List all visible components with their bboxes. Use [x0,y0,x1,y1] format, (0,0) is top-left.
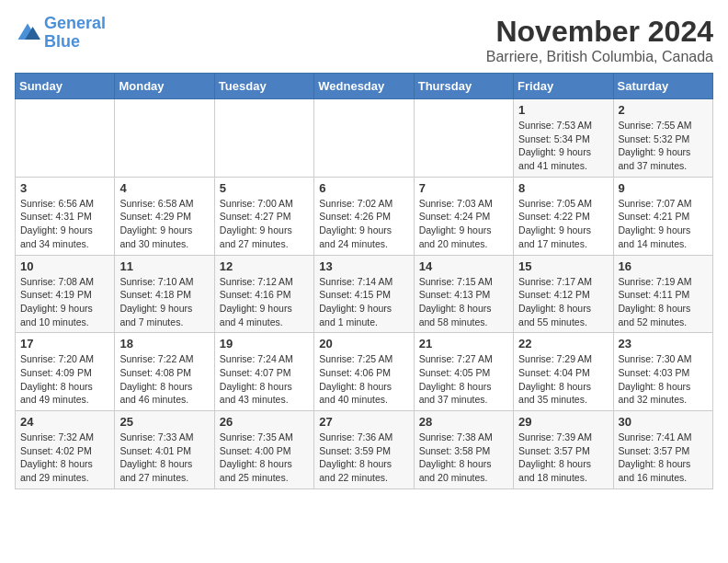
day-number: 15 [518,259,608,273]
day-number: 27 [319,415,408,429]
calendar-cell: 13Sunrise: 7:14 AM Sunset: 4:15 PM Dayli… [314,255,414,333]
day-number: 7 [419,181,508,195]
day-info: Sunrise: 7:53 AM Sunset: 5:34 PM Dayligh… [518,119,608,173]
calendar-cell: 14Sunrise: 7:15 AM Sunset: 4:13 PM Dayli… [414,255,513,333]
calendar-cell: 28Sunrise: 7:38 AM Sunset: 3:58 PM Dayli… [414,411,513,489]
calendar-cell: 20Sunrise: 7:25 AM Sunset: 4:06 PM Dayli… [314,333,414,411]
day-info: Sunrise: 7:12 AM Sunset: 4:16 PM Dayligh… [220,275,309,329]
day-number: 10 [20,259,109,273]
calendar-cell: 11Sunrise: 7:10 AM Sunset: 4:18 PM Dayli… [115,255,214,333]
day-info: Sunrise: 7:32 AM Sunset: 4:02 PM Dayligh… [20,431,109,485]
day-number: 29 [518,415,608,429]
calendar-cell: 8Sunrise: 7:05 AM Sunset: 4:22 PM Daylig… [514,177,613,255]
week-row-1: 1Sunrise: 7:53 AM Sunset: 5:34 PM Daylig… [16,99,713,178]
day-info: Sunrise: 7:00 AM Sunset: 4:27 PM Dayligh… [220,197,309,251]
day-number: 24 [20,415,109,429]
calendar-cell: 12Sunrise: 7:12 AM Sunset: 4:16 PM Dayli… [214,255,313,333]
logo-line1: General [44,14,106,32]
day-info: Sunrise: 7:19 AM Sunset: 4:11 PM Dayligh… [619,275,708,329]
day-number: 1 [518,103,608,117]
day-info: Sunrise: 7:35 AM Sunset: 4:00 PM Dayligh… [220,431,309,485]
calendar-cell [214,99,313,178]
calendar-cell: 24Sunrise: 7:32 AM Sunset: 4:02 PM Dayli… [16,411,115,489]
day-info: Sunrise: 7:02 AM Sunset: 4:26 PM Dayligh… [319,197,408,251]
column-header-sunday: Sunday [16,74,115,99]
day-info: Sunrise: 7:10 AM Sunset: 4:18 PM Dayligh… [119,275,209,329]
calendar-cell: 9Sunrise: 7:07 AM Sunset: 4:21 PM Daylig… [613,177,712,255]
day-number: 18 [119,337,209,350]
calendar-cell: 16Sunrise: 7:19 AM Sunset: 4:11 PM Dayli… [613,255,712,333]
day-number: 21 [419,337,508,350]
calendar-cell: 27Sunrise: 7:36 AM Sunset: 3:59 PM Dayli… [314,411,414,489]
calendar-cell: 4Sunrise: 6:58 AM Sunset: 4:29 PM Daylig… [115,177,214,255]
calendar-cell: 6Sunrise: 7:02 AM Sunset: 4:26 PM Daylig… [314,177,414,255]
calendar-cell: 21Sunrise: 7:27 AM Sunset: 4:05 PM Dayli… [414,333,513,411]
title-area: November 2024 Barriere, British Columbia… [486,15,713,65]
calendar-cell: 7Sunrise: 7:03 AM Sunset: 4:24 PM Daylig… [414,177,513,255]
day-number: 4 [119,181,209,195]
week-row-2: 3Sunrise: 6:56 AM Sunset: 4:31 PM Daylig… [16,177,713,255]
column-header-monday: Monday [115,74,214,99]
day-number: 23 [619,337,708,350]
day-info: Sunrise: 7:27 AM Sunset: 4:05 PM Dayligh… [419,352,508,407]
day-number: 9 [619,181,708,195]
day-number: 20 [319,337,408,350]
logo-text: General Blue [44,15,106,52]
day-number: 26 [220,415,309,429]
week-row-3: 10Sunrise: 7:08 AM Sunset: 4:19 PM Dayli… [16,255,713,333]
calendar-cell [314,99,414,178]
day-number: 3 [20,181,109,195]
day-info: Sunrise: 7:39 AM Sunset: 3:57 PM Dayligh… [518,431,608,485]
day-info: Sunrise: 7:33 AM Sunset: 4:01 PM Dayligh… [119,431,209,485]
day-info: Sunrise: 7:15 AM Sunset: 4:13 PM Dayligh… [419,275,508,329]
day-info: Sunrise: 7:20 AM Sunset: 4:09 PM Dayligh… [20,352,109,407]
day-info: Sunrise: 7:36 AM Sunset: 3:59 PM Dayligh… [319,431,408,485]
day-info: Sunrise: 7:08 AM Sunset: 4:19 PM Dayligh… [20,275,109,329]
header: General Blue November 2024 Barriere, Bri… [15,15,713,65]
header-row: SundayMondayTuesdayWednesdayThursdayFrid… [16,74,713,99]
day-number: 22 [518,337,608,350]
day-number: 17 [20,337,109,350]
day-info: Sunrise: 7:25 AM Sunset: 4:06 PM Dayligh… [319,352,408,407]
day-info: Sunrise: 7:30 AM Sunset: 4:03 PM Dayligh… [619,352,708,407]
day-number: 5 [220,181,309,195]
day-info: Sunrise: 7:03 AM Sunset: 4:24 PM Dayligh… [419,197,508,251]
calendar-cell: 3Sunrise: 6:56 AM Sunset: 4:31 PM Daylig… [16,177,115,255]
logo-icon [15,20,40,46]
day-info: Sunrise: 7:41 AM Sunset: 3:57 PM Dayligh… [619,431,708,485]
main-title: November 2024 [486,15,713,49]
day-info: Sunrise: 6:56 AM Sunset: 4:31 PM Dayligh… [20,197,109,251]
day-number: 11 [119,259,209,273]
column-header-wednesday: Wednesday [314,74,414,99]
calendar-cell: 22Sunrise: 7:29 AM Sunset: 4:04 PM Dayli… [514,333,613,411]
day-info: Sunrise: 7:22 AM Sunset: 4:08 PM Dayligh… [119,352,209,407]
calendar-cell: 26Sunrise: 7:35 AM Sunset: 4:00 PM Dayli… [214,411,313,489]
day-info: Sunrise: 7:07 AM Sunset: 4:21 PM Dayligh… [619,197,708,251]
calendar-cell: 23Sunrise: 7:30 AM Sunset: 4:03 PM Dayli… [613,333,712,411]
calendar-cell: 2Sunrise: 7:55 AM Sunset: 5:32 PM Daylig… [613,99,712,178]
day-number: 30 [619,415,708,429]
day-info: Sunrise: 7:24 AM Sunset: 4:07 PM Dayligh… [220,352,309,407]
day-info: Sunrise: 7:05 AM Sunset: 4:22 PM Dayligh… [518,197,608,251]
calendar-cell: 15Sunrise: 7:17 AM Sunset: 4:12 PM Dayli… [514,255,613,333]
subtitle: Barriere, British Columbia, Canada [486,49,713,65]
calendar-cell: 30Sunrise: 7:41 AM Sunset: 3:57 PM Dayli… [613,411,712,489]
day-number: 8 [518,181,608,195]
day-number: 12 [220,259,309,273]
calendar-cell: 5Sunrise: 7:00 AM Sunset: 4:27 PM Daylig… [214,177,313,255]
calendar-cell: 25Sunrise: 7:33 AM Sunset: 4:01 PM Dayli… [115,411,214,489]
week-row-5: 24Sunrise: 7:32 AM Sunset: 4:02 PM Dayli… [16,411,713,489]
calendar-cell: 18Sunrise: 7:22 AM Sunset: 4:08 PM Dayli… [115,333,214,411]
day-number: 13 [319,259,408,273]
week-row-4: 17Sunrise: 7:20 AM Sunset: 4:09 PM Dayli… [16,333,713,411]
day-number: 19 [220,337,309,350]
logo-line2: Blue [44,32,80,51]
column-header-thursday: Thursday [414,74,513,99]
calendar-cell: 19Sunrise: 7:24 AM Sunset: 4:07 PM Dayli… [214,333,313,411]
column-header-tuesday: Tuesday [214,74,313,99]
day-info: Sunrise: 7:17 AM Sunset: 4:12 PM Dayligh… [518,275,608,329]
day-number: 14 [419,259,508,273]
calendar-cell: 10Sunrise: 7:08 AM Sunset: 4:19 PM Dayli… [16,255,115,333]
day-info: Sunrise: 7:29 AM Sunset: 4:04 PM Dayligh… [518,352,608,407]
day-info: Sunrise: 7:14 AM Sunset: 4:15 PM Dayligh… [319,275,408,329]
